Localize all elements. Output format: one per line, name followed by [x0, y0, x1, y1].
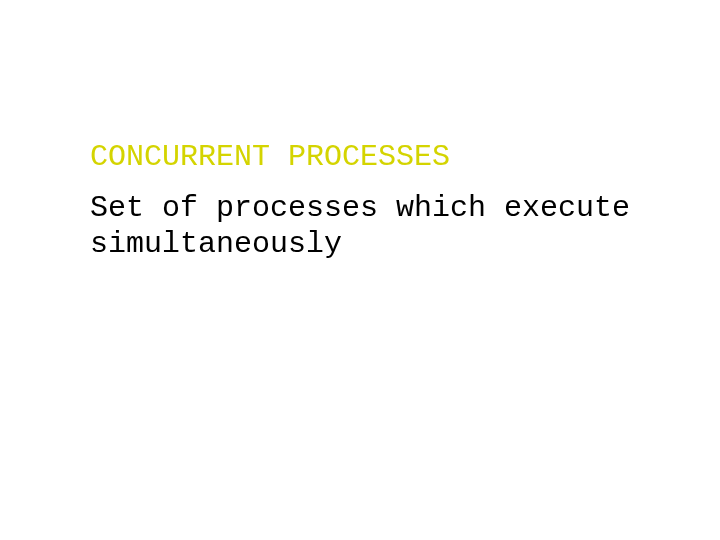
slide-title: CONCURRENT PROCESSES	[90, 140, 650, 174]
slide-content: CONCURRENT PROCESSES Set of processes wh…	[90, 140, 650, 262]
slide-body: Set of processes which execute simultane…	[90, 190, 650, 262]
